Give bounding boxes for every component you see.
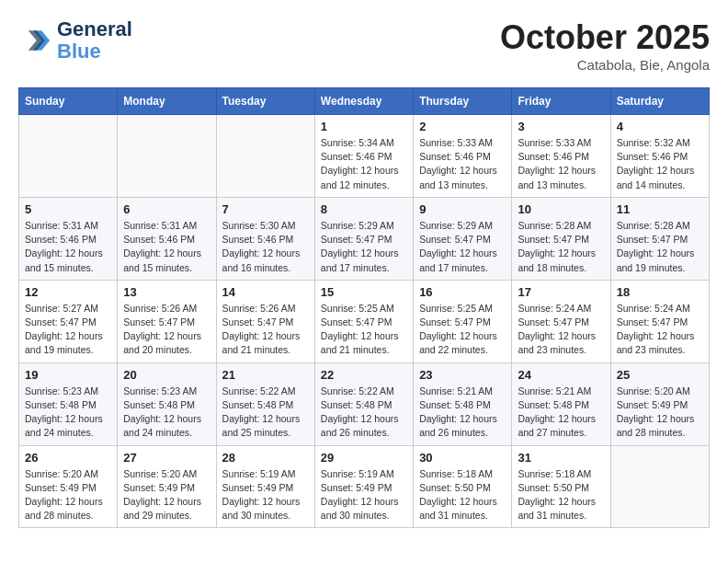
day-number: 28 bbox=[222, 451, 309, 465]
day-number: 3 bbox=[518, 120, 604, 133]
day-cell: 2Sunrise: 5:33 AM Sunset: 5:46 PM Daylig… bbox=[414, 115, 512, 198]
day-cell: 12Sunrise: 5:27 AM Sunset: 5:47 PM Dayli… bbox=[19, 280, 118, 362]
day-number: 20 bbox=[123, 368, 210, 382]
day-number: 6 bbox=[123, 202, 210, 216]
day-number: 16 bbox=[419, 285, 506, 299]
day-cell: 17Sunrise: 5:24 AM Sunset: 5:47 PM Dayli… bbox=[512, 280, 610, 362]
day-number: 9 bbox=[419, 202, 506, 216]
day-info: Sunrise: 5:20 AM Sunset: 5:49 PM Dayligh… bbox=[617, 385, 703, 441]
day-number: 2 bbox=[419, 120, 506, 133]
logo: General Blue bbox=[18, 18, 132, 63]
logo-text: General Blue bbox=[57, 18, 132, 63]
day-cell: 14Sunrise: 5:26 AM Sunset: 5:47 PM Dayli… bbox=[216, 280, 314, 362]
day-number: 21 bbox=[222, 368, 309, 382]
day-info: Sunrise: 5:24 AM Sunset: 5:47 PM Dayligh… bbox=[617, 302, 703, 358]
day-info: Sunrise: 5:26 AM Sunset: 5:47 PM Dayligh… bbox=[123, 302, 210, 358]
day-number: 26 bbox=[25, 451, 111, 465]
day-cell: 25Sunrise: 5:20 AM Sunset: 5:49 PM Dayli… bbox=[610, 362, 709, 445]
calendar-header: SundayMondayTuesdayWednesdayThursdayFrid… bbox=[19, 88, 710, 115]
day-number: 31 bbox=[518, 451, 604, 465]
day-cell: 24Sunrise: 5:21 AM Sunset: 5:48 PM Dayli… bbox=[512, 362, 610, 445]
day-cell: 28Sunrise: 5:19 AM Sunset: 5:49 PM Dayli… bbox=[216, 445, 314, 528]
day-info: Sunrise: 5:34 AM Sunset: 5:46 PM Dayligh… bbox=[321, 136, 407, 192]
day-cell bbox=[216, 115, 314, 198]
day-cell: 3Sunrise: 5:33 AM Sunset: 5:46 PM Daylig… bbox=[512, 115, 610, 198]
day-cell bbox=[610, 445, 709, 528]
day-cell: 9Sunrise: 5:29 AM Sunset: 5:47 PM Daylig… bbox=[414, 197, 512, 280]
title-block: October 2025 Catabola, Bie, Angola bbox=[500, 18, 710, 73]
location-subtitle: Catabola, Bie, Angola bbox=[500, 57, 710, 73]
day-info: Sunrise: 5:18 AM Sunset: 5:50 PM Dayligh… bbox=[419, 467, 506, 523]
day-cell bbox=[19, 115, 118, 198]
day-info: Sunrise: 5:23 AM Sunset: 5:48 PM Dayligh… bbox=[25, 385, 111, 441]
day-info: Sunrise: 5:26 AM Sunset: 5:47 PM Dayligh… bbox=[222, 302, 309, 358]
day-info: Sunrise: 5:32 AM Sunset: 5:46 PM Dayligh… bbox=[617, 136, 703, 192]
week-row: 19Sunrise: 5:23 AM Sunset: 5:48 PM Dayli… bbox=[19, 362, 710, 445]
day-cell: 6Sunrise: 5:31 AM Sunset: 5:46 PM Daylig… bbox=[118, 197, 216, 280]
day-cell: 20Sunrise: 5:23 AM Sunset: 5:48 PM Dayli… bbox=[118, 362, 216, 445]
day-cell: 26Sunrise: 5:20 AM Sunset: 5:49 PM Dayli… bbox=[19, 445, 118, 528]
day-number: 7 bbox=[222, 202, 309, 216]
day-cell: 13Sunrise: 5:26 AM Sunset: 5:47 PM Dayli… bbox=[118, 280, 216, 362]
month-title: October 2025 bbox=[500, 18, 710, 57]
day-info: Sunrise: 5:21 AM Sunset: 5:48 PM Dayligh… bbox=[419, 385, 506, 441]
day-number: 19 bbox=[25, 368, 111, 382]
day-cell: 19Sunrise: 5:23 AM Sunset: 5:48 PM Dayli… bbox=[19, 362, 118, 445]
day-number: 13 bbox=[123, 285, 210, 299]
day-cell: 21Sunrise: 5:22 AM Sunset: 5:48 PM Dayli… bbox=[216, 362, 314, 445]
day-cell: 22Sunrise: 5:22 AM Sunset: 5:48 PM Dayli… bbox=[314, 362, 413, 445]
day-cell: 8Sunrise: 5:29 AM Sunset: 5:47 PM Daylig… bbox=[314, 197, 413, 280]
day-info: Sunrise: 5:24 AM Sunset: 5:47 PM Dayligh… bbox=[518, 302, 604, 358]
day-cell: 7Sunrise: 5:30 AM Sunset: 5:46 PM Daylig… bbox=[216, 197, 314, 280]
logo-line2: Blue bbox=[57, 40, 132, 63]
day-number: 10 bbox=[518, 202, 604, 216]
day-info: Sunrise: 5:31 AM Sunset: 5:46 PM Dayligh… bbox=[123, 219, 210, 275]
day-cell: 10Sunrise: 5:28 AM Sunset: 5:47 PM Dayli… bbox=[512, 197, 610, 280]
day-info: Sunrise: 5:20 AM Sunset: 5:49 PM Dayligh… bbox=[123, 467, 210, 523]
day-number: 18 bbox=[617, 285, 703, 299]
day-cell: 4Sunrise: 5:32 AM Sunset: 5:46 PM Daylig… bbox=[610, 115, 709, 198]
day-info: Sunrise: 5:25 AM Sunset: 5:47 PM Dayligh… bbox=[321, 302, 407, 358]
day-info: Sunrise: 5:19 AM Sunset: 5:49 PM Dayligh… bbox=[321, 467, 407, 523]
day-info: Sunrise: 5:28 AM Sunset: 5:47 PM Dayligh… bbox=[617, 219, 703, 275]
day-cell: 29Sunrise: 5:19 AM Sunset: 5:49 PM Dayli… bbox=[314, 445, 413, 528]
header-row: SundayMondayTuesdayWednesdayThursdayFrid… bbox=[19, 88, 710, 115]
logo-icon bbox=[18, 24, 51, 57]
day-info: Sunrise: 5:22 AM Sunset: 5:48 PM Dayligh… bbox=[321, 385, 407, 441]
calendar-body: 1Sunrise: 5:34 AM Sunset: 5:46 PM Daylig… bbox=[19, 115, 710, 528]
day-cell: 15Sunrise: 5:25 AM Sunset: 5:47 PM Dayli… bbox=[314, 280, 413, 362]
day-info: Sunrise: 5:22 AM Sunset: 5:48 PM Dayligh… bbox=[222, 385, 309, 441]
week-row: 1Sunrise: 5:34 AM Sunset: 5:46 PM Daylig… bbox=[19, 115, 710, 198]
day-number: 1 bbox=[321, 120, 407, 133]
calendar-table: SundayMondayTuesdayWednesdayThursdayFrid… bbox=[18, 87, 710, 528]
day-cell: 18Sunrise: 5:24 AM Sunset: 5:47 PM Dayli… bbox=[610, 280, 709, 362]
day-cell: 5Sunrise: 5:31 AM Sunset: 5:46 PM Daylig… bbox=[19, 197, 118, 280]
day-number: 22 bbox=[321, 368, 407, 382]
logo-line1: General bbox=[57, 18, 132, 40]
day-info: Sunrise: 5:23 AM Sunset: 5:48 PM Dayligh… bbox=[123, 385, 210, 441]
day-info: Sunrise: 5:29 AM Sunset: 5:47 PM Dayligh… bbox=[321, 219, 407, 275]
day-number: 8 bbox=[321, 202, 407, 216]
day-cell: 11Sunrise: 5:28 AM Sunset: 5:47 PM Dayli… bbox=[610, 197, 709, 280]
header-cell-monday: Monday bbox=[118, 88, 216, 115]
day-number: 15 bbox=[321, 285, 407, 299]
day-info: Sunrise: 5:28 AM Sunset: 5:47 PM Dayligh… bbox=[518, 219, 604, 275]
day-number: 29 bbox=[321, 451, 407, 465]
day-number: 4 bbox=[617, 120, 703, 133]
day-number: 11 bbox=[617, 202, 703, 216]
day-number: 5 bbox=[25, 202, 111, 216]
day-info: Sunrise: 5:21 AM Sunset: 5:48 PM Dayligh… bbox=[518, 385, 604, 441]
header-cell-thursday: Thursday bbox=[414, 88, 512, 115]
day-info: Sunrise: 5:31 AM Sunset: 5:46 PM Dayligh… bbox=[25, 219, 111, 275]
week-row: 26Sunrise: 5:20 AM Sunset: 5:49 PM Dayli… bbox=[19, 445, 710, 528]
day-info: Sunrise: 5:18 AM Sunset: 5:50 PM Dayligh… bbox=[518, 467, 604, 523]
day-cell: 1Sunrise: 5:34 AM Sunset: 5:46 PM Daylig… bbox=[314, 115, 413, 198]
day-number: 30 bbox=[419, 451, 506, 465]
header-cell-wednesday: Wednesday bbox=[314, 88, 413, 115]
day-number: 12 bbox=[25, 285, 111, 299]
day-info: Sunrise: 5:29 AM Sunset: 5:47 PM Dayligh… bbox=[419, 219, 506, 275]
day-cell bbox=[118, 115, 216, 198]
day-number: 25 bbox=[617, 368, 703, 382]
day-info: Sunrise: 5:27 AM Sunset: 5:47 PM Dayligh… bbox=[25, 302, 111, 358]
day-info: Sunrise: 5:30 AM Sunset: 5:46 PM Dayligh… bbox=[222, 219, 309, 275]
